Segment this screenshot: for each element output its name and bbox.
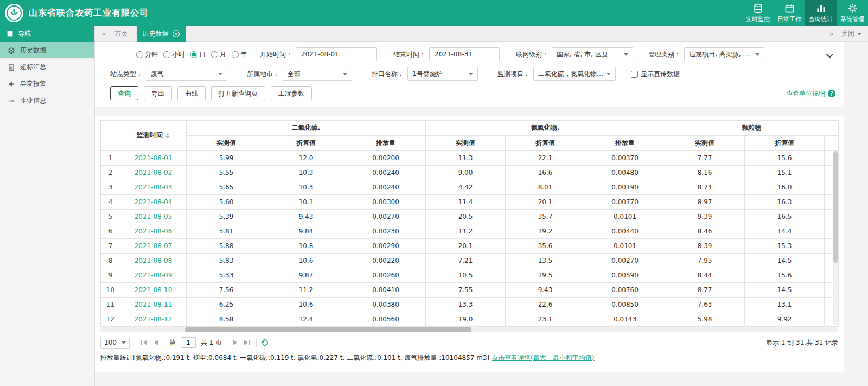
tab-history-data[interactable]: 历史数据 × bbox=[137, 26, 186, 42]
value-cell: 9.87 bbox=[266, 268, 346, 283]
export-button[interactable]: 导出 bbox=[144, 86, 172, 100]
nav-label: 系统管理 bbox=[840, 15, 864, 23]
radio-month-input[interactable] bbox=[211, 51, 218, 58]
vertical-scrollbar-thumb[interactable] bbox=[833, 151, 838, 263]
close-tabs-menu[interactable]: 关闭 bbox=[841, 29, 861, 39]
date-link-cell[interactable]: 2021-08-11 bbox=[120, 298, 187, 312]
value-cell: 14.5 bbox=[745, 254, 825, 268]
value-cell: 7.95 bbox=[665, 254, 745, 268]
condition-params-button[interactable]: 工况参数 bbox=[271, 86, 312, 100]
date-link-cell[interactable]: 2021-08-04 bbox=[120, 195, 187, 210]
divider bbox=[164, 338, 164, 347]
detail-link[interactable]: 点击查看详情(最大、最小和平均值) bbox=[492, 354, 594, 362]
tab-home[interactable]: 首页 bbox=[115, 29, 128, 39]
date-link-cell[interactable]: 2021-08-05 bbox=[120, 210, 187, 224]
station-type-select[interactable]: 废气 bbox=[146, 67, 227, 81]
direct-data-checkbox-input[interactable] bbox=[631, 71, 638, 78]
page-size-select[interactable]: 100 bbox=[100, 337, 130, 349]
prev-page-button[interactable] bbox=[153, 339, 159, 346]
query-button[interactable]: 查询 bbox=[110, 86, 138, 100]
radio-day[interactable]: 日 bbox=[190, 50, 206, 59]
radio-day-input[interactable] bbox=[190, 51, 197, 58]
company-logo-icon bbox=[4, 3, 24, 23]
sidebar-item-history-data[interactable]: 历史数据 bbox=[0, 42, 94, 59]
sidebar-item-exceedance-summary[interactable]: 超标汇总 bbox=[0, 59, 94, 75]
curve-button[interactable]: 曲线 bbox=[177, 86, 206, 100]
sidebar-item-abnormal-alarm[interactable]: 异常报警 bbox=[0, 75, 94, 92]
unit-note-link[interactable]: 查看单位说明 ? bbox=[786, 89, 835, 98]
tabs-scroll-left-icon[interactable]: « bbox=[101, 30, 106, 37]
chevron-down-icon bbox=[122, 341, 126, 344]
value-cell: 20.5 bbox=[426, 210, 506, 224]
city-select[interactable]: 全部 bbox=[283, 67, 352, 81]
start-time-input[interactable] bbox=[296, 47, 377, 61]
value-cell: 0.00370 bbox=[585, 151, 665, 166]
value-cell: 0.00290 bbox=[346, 239, 426, 254]
page-number-input[interactable] bbox=[181, 337, 196, 348]
network-level-select[interactable]: 国家, 省, 市, 区县 bbox=[552, 47, 633, 61]
outlet-name-select[interactable]: 1号焚烧炉 bbox=[407, 67, 478, 81]
refresh-icon[interactable] bbox=[261, 339, 268, 346]
topbar: 山东省联合农药工业有限公司 实时监控 bbox=[0, 0, 868, 26]
layers-icon bbox=[8, 47, 15, 54]
value-cell: 7.63 bbox=[665, 298, 745, 312]
sidebar-item-enterprise-info[interactable]: 企业信息 bbox=[0, 92, 94, 109]
sub-header: 排放量 bbox=[585, 136, 665, 151]
collapse-filters-chevron-icon[interactable] bbox=[826, 51, 833, 58]
database-icon bbox=[753, 3, 763, 14]
value-cell: 9.92 bbox=[745, 312, 825, 327]
value-cell: 9.43 bbox=[266, 210, 346, 224]
value-cell: 0.00300 bbox=[346, 195, 426, 210]
nav-daily-work[interactable]: 日常工作 bbox=[774, 0, 805, 26]
direct-data-checkbox[interactable]: 显示直传数据 bbox=[631, 69, 680, 79]
tabs-scroll-right-icon[interactable]: » bbox=[829, 30, 834, 37]
manage-category-select[interactable]: 违规项目, 高架源, 重点排污 bbox=[684, 47, 764, 61]
nav-system-management[interactable]: 系统管理 bbox=[837, 0, 868, 26]
table-body: 12021-08-015.9912.00.0020011.322.10.0037… bbox=[101, 151, 839, 327]
value-cell: 5.98 bbox=[665, 312, 745, 327]
question-icon: ? bbox=[828, 90, 835, 97]
nav-realtime-monitoring[interactable]: 实时监控 bbox=[742, 0, 774, 26]
manage-category-value: 违规项目, 高架源, 重点排污 bbox=[689, 50, 752, 59]
last-page-button[interactable] bbox=[243, 339, 251, 346]
sort-icon[interactable] bbox=[165, 133, 170, 138]
first-page-button[interactable] bbox=[140, 339, 148, 346]
date-link-cell[interactable]: 2021-08-06 bbox=[120, 224, 187, 239]
date-link-cell[interactable]: 2021-08-02 bbox=[120, 166, 187, 180]
value-cell: 16.5 bbox=[745, 210, 825, 224]
radio-year[interactable]: 年 bbox=[232, 50, 247, 59]
monitor-items-select[interactable]: 二氧化硫，氮氧化物，颗粒 bbox=[533, 67, 616, 81]
nav-query-statistics[interactable]: 查询统计 bbox=[805, 0, 837, 26]
date-link-cell[interactable]: 2021-08-03 bbox=[120, 180, 187, 195]
time-header-label: 监测时间 bbox=[137, 131, 163, 139]
vertical-scrollbar[interactable] bbox=[833, 151, 838, 325]
next-page-button[interactable] bbox=[232, 339, 238, 346]
radio-hour-input[interactable] bbox=[163, 51, 170, 58]
app-window: 山东省联合农药工业有限公司 实时监控 bbox=[0, 0, 868, 386]
tab-close-icon[interactable]: × bbox=[173, 30, 180, 37]
value-cell: 19.5 bbox=[506, 268, 585, 283]
open-new-query-button[interactable]: 打开新查询页 bbox=[211, 86, 265, 100]
chevron-down-icon bbox=[607, 73, 611, 75]
horizontal-scrollbar-thumb[interactable] bbox=[185, 327, 471, 332]
value-cell: 0.00560 bbox=[346, 312, 426, 327]
date-link-cell[interactable]: 2021-08-01 bbox=[120, 151, 187, 166]
time-column-header[interactable]: 监测时间 bbox=[120, 121, 187, 151]
date-link-cell[interactable]: 2021-08-08 bbox=[120, 254, 187, 268]
radio-minute-input[interactable] bbox=[136, 51, 143, 58]
value-cell: 5.55 bbox=[187, 166, 266, 180]
direct-data-label: 显示直传数据 bbox=[641, 69, 680, 79]
date-link-cell[interactable]: 2021-08-07 bbox=[120, 239, 187, 254]
value-cell: 9.39 bbox=[665, 210, 745, 224]
table-row: 32021-08-035.6510.30.002404.428.010.0019… bbox=[101, 180, 839, 195]
radio-minute[interactable]: 分钟 bbox=[136, 50, 158, 59]
table-row: 62021-08-065.819.840.0023011.219.20.0044… bbox=[101, 224, 839, 239]
date-link-cell[interactable]: 2021-08-10 bbox=[120, 283, 187, 298]
date-link-cell[interactable]: 2021-08-12 bbox=[120, 312, 187, 327]
end-time-input[interactable] bbox=[429, 47, 500, 61]
date-link-cell[interactable]: 2021-08-09 bbox=[120, 268, 187, 283]
radio-year-input[interactable] bbox=[232, 51, 239, 58]
horizontal-scrollbar[interactable] bbox=[100, 327, 838, 332]
radio-hour[interactable]: 小时 bbox=[163, 50, 185, 59]
radio-month[interactable]: 月 bbox=[211, 50, 226, 59]
